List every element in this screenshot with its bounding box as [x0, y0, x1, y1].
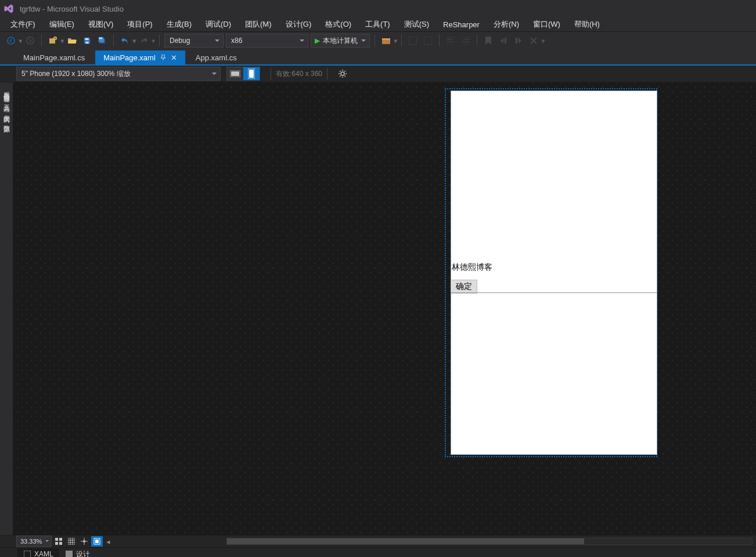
svg-rect-7: [382, 39, 390, 44]
indent-right-button: [459, 34, 472, 47]
tab-app-xaml-cs[interactable]: App.xaml.cs: [188, 50, 245, 64]
menu-design[interactable]: 设计(G): [279, 17, 319, 31]
pane-design-tab[interactable]: 设计: [59, 548, 96, 557]
step-over-button: [422, 34, 434, 47]
orientation-portrait-button[interactable]: [243, 67, 260, 80]
sidetab-toolbox[interactable]: 工具箱: [1, 96, 12, 105]
menu-format[interactable]: 格式(O): [318, 17, 358, 31]
toolbar-separator: [477, 35, 477, 46]
svg-rect-17: [59, 538, 62, 541]
close-tab-icon[interactable]: ✕: [171, 53, 177, 62]
svg-rect-9: [409, 37, 417, 45]
snap-grid-icon[interactable]: [66, 536, 77, 547]
preview-text-label: 林德熙博客: [452, 262, 492, 273]
run-target-label: 本地计算机: [323, 36, 358, 46]
save-all-button[interactable]: [96, 34, 109, 47]
window-title: tgrfdw - Microsoft Visual Studio: [20, 5, 124, 13]
svg-rect-10: [424, 37, 432, 45]
tab-label: App.xaml.cs: [196, 53, 237, 62]
menu-project[interactable]: 项目(P): [120, 17, 159, 31]
svg-rect-12: [231, 71, 239, 76]
sidetab-server-explorer[interactable]: 服务器资源管理器: [1, 84, 12, 95]
start-debugging-button[interactable]: ▶ 本地计算机: [311, 34, 370, 48]
tab-mainpage-xaml-cs[interactable]: MainPage.xaml.cs: [15, 50, 93, 64]
nav-back-button[interactable]: [5, 34, 17, 47]
scroll-left-arrow[interactable]: ◂: [106, 537, 110, 546]
title-bar: tgrfdw - Microsoft Visual Studio: [0, 0, 756, 17]
menu-window[interactable]: 窗口(W): [526, 17, 567, 31]
menu-debug[interactable]: 调试(D): [199, 17, 238, 31]
svg-rect-19: [59, 542, 62, 545]
menu-build[interactable]: 生成(B): [160, 17, 199, 31]
snap-lines-icon[interactable]: [78, 536, 90, 547]
pane-xaml-tab[interactable]: XAML: [17, 548, 59, 557]
sidetab-data-sources[interactable]: 数据源: [1, 117, 12, 125]
nav-forward-button: [24, 34, 37, 47]
orientation-landscape-button[interactable]: [227, 67, 243, 80]
svg-rect-24: [24, 551, 31, 557]
designer-pane-tabs: XAML 设计: [0, 547, 756, 557]
design-pane-icon: [65, 550, 73, 557]
toolbar-separator: [439, 35, 440, 46]
solution-platform-combo[interactable]: x86: [226, 34, 308, 48]
design-surface[interactable]: 林德熙博客 确定: [13, 82, 756, 535]
svg-rect-14: [249, 70, 254, 78]
toolbar-separator: [113, 35, 114, 46]
svg-point-15: [341, 72, 344, 75]
phone-screen: [451, 91, 657, 455]
device-combo[interactable]: 5" Phone (1920 x 1080) 300% 缩放: [16, 67, 221, 81]
prev-bookmark-button: [497, 34, 510, 47]
toolbar-separator: [159, 35, 160, 46]
open-file-button[interactable]: [66, 34, 78, 47]
orientation-group: [226, 67, 260, 81]
grid-row-divider: [451, 292, 657, 293]
new-project-button[interactable]: [46, 34, 59, 47]
svg-rect-16: [55, 538, 58, 541]
svg-rect-4: [85, 38, 89, 41]
designer-status-row: 33.33% ◂: [0, 535, 756, 547]
svg-point-21: [83, 540, 85, 542]
menu-tools[interactable]: 工具(T): [358, 17, 397, 31]
tab-label: MainPage.xaml.cs: [23, 53, 85, 62]
svg-rect-18: [55, 542, 58, 545]
pane-label: 设计: [76, 549, 90, 558]
toolbar-separator: [375, 35, 375, 46]
xaml-pane-icon: [23, 550, 31, 557]
pin-icon[interactable]: [160, 55, 166, 60]
undo-button[interactable]: [118, 34, 131, 47]
tab-mainpage-xaml[interactable]: MainPage.xaml ✕: [95, 50, 185, 64]
toolbar-separator: [401, 35, 402, 46]
toggle-artboard-icon[interactable]: [91, 536, 103, 547]
effective-size-label: 有效:640 x 360: [276, 69, 322, 79]
svg-rect-23: [95, 540, 99, 543]
indent-left-button: [444, 34, 457, 47]
menu-test[interactable]: 测试(S): [397, 17, 436, 31]
menu-team[interactable]: 团队(M): [238, 17, 279, 31]
pane-label: XAML: [34, 550, 53, 557]
grid-view-icon[interactable]: [53, 536, 64, 547]
scrollbar-thumb[interactable]: [227, 538, 584, 544]
sidetab-document-outline[interactable]: 文档大纲: [1, 106, 12, 115]
svg-rect-6: [99, 38, 102, 39]
menu-analyze[interactable]: 分析(N): [487, 17, 526, 31]
zoom-combo[interactable]: 33.33%: [16, 536, 52, 547]
menu-bar: 文件(F) 编辑(E) 视图(V) 项目(P) 生成(B) 调试(D) 团队(M…: [0, 17, 756, 31]
bookmark-button: [482, 34, 495, 47]
toolbar-separator: [41, 35, 42, 46]
menu-help[interactable]: 帮助(H): [567, 17, 607, 31]
toolbar-separator: [271, 68, 271, 79]
redo-button: [138, 34, 150, 47]
toolbox-button[interactable]: [380, 34, 393, 47]
designer-settings-button[interactable]: [336, 67, 350, 81]
menu-resharper[interactable]: ReSharper: [436, 19, 487, 31]
main-toolbar: ▾ ▾ ▾ ▾ Debug x86 ▶ 本地计算机 ▾ ▾: [0, 31, 756, 49]
svg-point-0: [8, 37, 15, 44]
menu-file[interactable]: 文件(F): [3, 17, 42, 31]
menu-view[interactable]: 视图(V): [81, 17, 120, 31]
save-button[interactable]: [81, 34, 93, 47]
solution-config-combo[interactable]: Debug: [164, 34, 224, 48]
preview-ok-button[interactable]: 确定: [451, 280, 477, 294]
menu-edit[interactable]: 编辑(E): [42, 17, 81, 31]
svg-rect-8: [382, 38, 390, 40]
horizontal-scrollbar[interactable]: [226, 538, 753, 545]
